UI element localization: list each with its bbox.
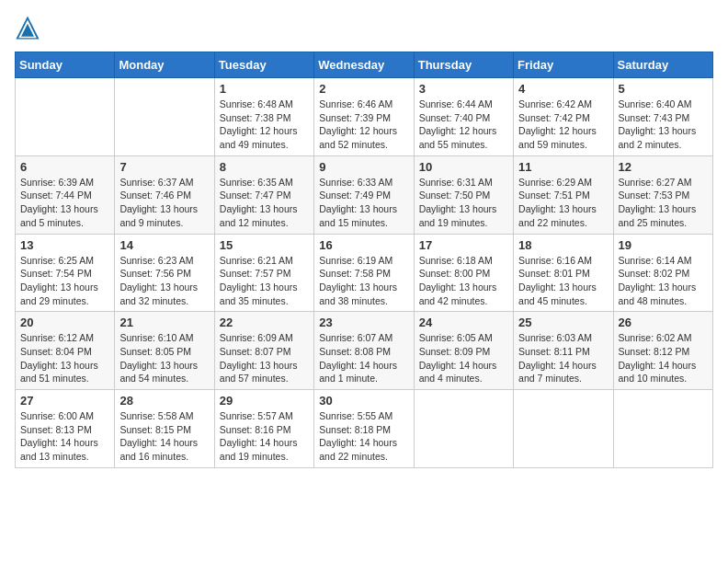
day-number: 13 [20, 238, 109, 252]
day-info: Sunrise: 6:37 AM Sunset: 7:46 PM Dayligh… [119, 176, 209, 230]
calendar-cell: 11Sunrise: 6:29 AM Sunset: 7:51 PM Dayli… [514, 155, 613, 234]
calendar-cell: 28Sunrise: 5:58 AM Sunset: 8:15 PM Dayli… [115, 390, 214, 468]
day-info: Sunrise: 6:46 AM Sunset: 7:39 PM Dayligh… [319, 98, 408, 152]
day-number: 3 [419, 82, 508, 96]
calendar-cell [16, 78, 115, 156]
day-number: 6 [20, 160, 109, 174]
day-number: 16 [319, 238, 408, 252]
day-info: Sunrise: 6:48 AM Sunset: 7:38 PM Dayligh… [220, 98, 309, 152]
day-number: 9 [319, 160, 408, 174]
calendar-cell: 27Sunrise: 6:00 AM Sunset: 8:13 PM Dayli… [16, 390, 115, 468]
calendar-cell: 29Sunrise: 5:57 AM Sunset: 8:16 PM Dayli… [214, 390, 313, 468]
day-number: 21 [119, 316, 209, 329]
day-number: 2 [319, 82, 408, 96]
day-info: Sunrise: 6:14 AM Sunset: 8:02 PM Dayligh… [619, 254, 708, 308]
calendar-cell: 24Sunrise: 6:05 AM Sunset: 8:09 PM Dayli… [414, 312, 513, 390]
day-info: Sunrise: 6:35 AM Sunset: 7:47 PM Dayligh… [220, 176, 309, 230]
calendar-cell: 16Sunrise: 6:19 AM Sunset: 7:58 PM Dayli… [314, 234, 414, 312]
calendar-cell: 14Sunrise: 6:23 AM Sunset: 7:56 PM Dayli… [115, 234, 214, 312]
day-info: Sunrise: 6:25 AM Sunset: 7:54 PM Dayligh… [20, 254, 109, 308]
day-number: 22 [220, 316, 309, 329]
calendar-cell: 2Sunrise: 6:46 AM Sunset: 7:39 PM Daylig… [314, 78, 414, 156]
day-info: Sunrise: 5:57 AM Sunset: 8:16 PM Dayligh… [220, 409, 309, 464]
day-number: 12 [619, 160, 708, 174]
day-number: 25 [518, 316, 608, 329]
day-info: Sunrise: 6:29 AM Sunset: 7:51 PM Dayligh… [518, 176, 608, 230]
calendar-cell [414, 390, 513, 468]
calendar-cell: 22Sunrise: 6:09 AM Sunset: 8:07 PM Dayli… [214, 312, 313, 390]
day-number: 24 [419, 316, 508, 329]
day-of-week-header: Saturday [613, 52, 712, 78]
day-of-week-header: Wednesday [314, 52, 414, 78]
calendar-header-row: SundayMondayTuesdayWednesdayThursdayFrid… [16, 52, 713, 78]
day-number: 5 [619, 82, 708, 96]
day-info: Sunrise: 6:09 AM Sunset: 8:07 PM Dayligh… [220, 331, 309, 385]
day-number: 4 [518, 82, 608, 96]
day-info: Sunrise: 6:00 AM Sunset: 8:13 PM Dayligh… [20, 409, 109, 464]
calendar-cell: 6Sunrise: 6:39 AM Sunset: 7:44 PM Daylig… [16, 155, 115, 234]
day-info: Sunrise: 6:23 AM Sunset: 7:56 PM Dayligh… [119, 254, 209, 308]
day-info: Sunrise: 6:16 AM Sunset: 8:01 PM Dayligh… [518, 254, 608, 308]
day-number: 8 [220, 160, 309, 174]
calendar-cell: 12Sunrise: 6:27 AM Sunset: 7:53 PM Dayli… [613, 155, 712, 234]
calendar-cell: 17Sunrise: 6:18 AM Sunset: 8:00 PM Dayli… [414, 234, 513, 312]
calendar-cell: 3Sunrise: 6:44 AM Sunset: 7:40 PM Daylig… [414, 78, 513, 156]
calendar-cell [613, 390, 712, 468]
day-of-week-header: Tuesday [214, 52, 313, 78]
day-info: Sunrise: 6:19 AM Sunset: 7:58 PM Dayligh… [319, 254, 408, 308]
day-number: 30 [319, 394, 408, 408]
day-info: Sunrise: 5:58 AM Sunset: 8:15 PM Dayligh… [119, 409, 209, 464]
day-info: Sunrise: 6:07 AM Sunset: 8:08 PM Dayligh… [319, 331, 408, 385]
day-info: Sunrise: 6:31 AM Sunset: 7:50 PM Dayligh… [419, 176, 508, 230]
day-number: 28 [119, 394, 209, 408]
calendar-cell [514, 390, 613, 468]
day-number: 27 [20, 394, 109, 408]
calendar-week-row: 20Sunrise: 6:12 AM Sunset: 8:04 PM Dayli… [16, 312, 713, 390]
day-of-week-header: Monday [115, 52, 214, 78]
day-number: 29 [220, 394, 309, 408]
day-number: 11 [518, 160, 608, 174]
calendar-cell: 30Sunrise: 5:55 AM Sunset: 8:18 PM Dayli… [314, 390, 414, 468]
calendar-cell: 21Sunrise: 6:10 AM Sunset: 8:05 PM Dayli… [115, 312, 214, 390]
logo [15, 15, 44, 40]
day-of-week-header: Thursday [414, 52, 513, 78]
day-info: Sunrise: 6:44 AM Sunset: 7:40 PM Dayligh… [419, 98, 508, 152]
day-number: 15 [220, 238, 309, 252]
day-number: 19 [619, 238, 708, 252]
calendar-cell: 9Sunrise: 6:33 AM Sunset: 7:49 PM Daylig… [314, 155, 414, 234]
day-info: Sunrise: 6:10 AM Sunset: 8:05 PM Dayligh… [119, 331, 209, 385]
day-number: 10 [419, 160, 508, 174]
calendar-cell: 7Sunrise: 6:37 AM Sunset: 7:46 PM Daylig… [115, 155, 214, 234]
day-number: 18 [518, 238, 608, 252]
calendar-cell: 5Sunrise: 6:40 AM Sunset: 7:43 PM Daylig… [613, 78, 712, 156]
calendar-week-row: 6Sunrise: 6:39 AM Sunset: 7:44 PM Daylig… [16, 155, 713, 234]
calendar-cell: 15Sunrise: 6:21 AM Sunset: 7:57 PM Dayli… [214, 234, 313, 312]
day-number: 26 [619, 316, 708, 329]
calendar-table: SundayMondayTuesdayWednesdayThursdayFrid… [15, 52, 713, 468]
day-info: Sunrise: 6:42 AM Sunset: 7:42 PM Dayligh… [518, 98, 608, 152]
calendar-week-row: 1Sunrise: 6:48 AM Sunset: 7:38 PM Daylig… [16, 78, 713, 156]
calendar-cell: 23Sunrise: 6:07 AM Sunset: 8:08 PM Dayli… [314, 312, 414, 390]
day-info: Sunrise: 6:05 AM Sunset: 8:09 PM Dayligh… [419, 331, 508, 385]
calendar-cell: 8Sunrise: 6:35 AM Sunset: 7:47 PM Daylig… [214, 155, 313, 234]
page-header [15, 15, 713, 40]
day-info: Sunrise: 6:18 AM Sunset: 8:00 PM Dayligh… [419, 254, 508, 308]
day-number: 17 [419, 238, 508, 252]
day-info: Sunrise: 6:27 AM Sunset: 7:53 PM Dayligh… [619, 176, 708, 230]
calendar-cell: 1Sunrise: 6:48 AM Sunset: 7:38 PM Daylig… [214, 78, 313, 156]
day-info: Sunrise: 6:21 AM Sunset: 7:57 PM Dayligh… [220, 254, 309, 308]
day-info: Sunrise: 6:03 AM Sunset: 8:11 PM Dayligh… [518, 331, 608, 385]
day-of-week-header: Sunday [16, 52, 115, 78]
calendar-cell [115, 78, 214, 156]
calendar-cell: 20Sunrise: 6:12 AM Sunset: 8:04 PM Dayli… [16, 312, 115, 390]
calendar-cell: 19Sunrise: 6:14 AM Sunset: 8:02 PM Dayli… [613, 234, 712, 312]
day-number: 14 [119, 238, 209, 252]
calendar-cell: 26Sunrise: 6:02 AM Sunset: 8:12 PM Dayli… [613, 312, 712, 390]
calendar-cell: 25Sunrise: 6:03 AM Sunset: 8:11 PM Dayli… [514, 312, 613, 390]
logo-icon [15, 15, 40, 40]
calendar-week-row: 13Sunrise: 6:25 AM Sunset: 7:54 PM Dayli… [16, 234, 713, 312]
day-info: Sunrise: 6:39 AM Sunset: 7:44 PM Dayligh… [20, 176, 109, 230]
day-info: Sunrise: 5:55 AM Sunset: 8:18 PM Dayligh… [319, 409, 408, 464]
day-number: 7 [119, 160, 209, 174]
calendar-cell: 18Sunrise: 6:16 AM Sunset: 8:01 PM Dayli… [514, 234, 613, 312]
